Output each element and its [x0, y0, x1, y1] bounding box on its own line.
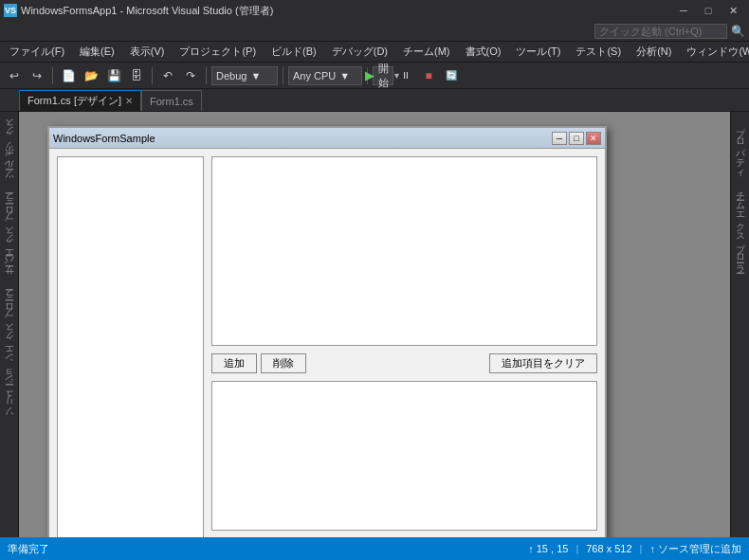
toolbar-undo[interactable]: ↶: [157, 65, 178, 86]
clear-button[interactable]: 追加項目をクリア: [489, 353, 597, 373]
status-sep-2: |: [640, 543, 643, 554]
right-sidebar-team-explorer[interactable]: チームエクスプローラー: [732, 179, 749, 274]
right-bottom-listbox[interactable]: [211, 381, 597, 531]
design-area: WindowsFormSample ─ □ ✕: [19, 112, 730, 537]
menu-team[interactable]: チーム(M): [395, 43, 458, 61]
title-bar-controls: ─ □ ✕: [671, 2, 745, 19]
toolbar-stop[interactable]: ■: [418, 65, 439, 86]
main-area: ツールボックス サーバーエクスプローラー ソリューションエクスプローラー Win…: [0, 112, 749, 537]
winform-window: WindowsFormSample ─ □ ✕: [47, 126, 607, 537]
title-bar: VS WindowsFormsApp1 - Microsoft Visual S…: [0, 0, 749, 21]
delete-button[interactable]: 削除: [261, 353, 306, 373]
right-sidebar-properties[interactable]: プロパティ: [732, 116, 749, 179]
minimize-button[interactable]: ─: [671, 2, 696, 19]
source-control[interactable]: ↑ ソース管理に追加: [649, 542, 741, 556]
title-bar-left: VS WindowsFormsApp1 - Microsoft Visual S…: [4, 4, 273, 18]
right-sidebar: プロパティ チームエクスプローラー: [730, 112, 749, 537]
winform-controls: ─ □ ✕: [552, 132, 601, 145]
add-button[interactable]: 追加: [211, 353, 257, 373]
toolbar-forward[interactable]: ↪: [27, 65, 47, 86]
menu-debug[interactable]: デバッグ(D): [324, 43, 395, 61]
cursor-position: ↑ 15 , 15: [528, 543, 568, 554]
toolbar-sep-2: [152, 67, 153, 84]
toolbar-restart[interactable]: 🔄: [441, 65, 462, 86]
left-panel: [57, 156, 204, 537]
winform-title: WindowsFormSample: [53, 133, 155, 144]
debug-config-dropdown[interactable]: Debug ▼: [211, 66, 278, 85]
toolbar: ↩ ↪ 📄 📂 💾 🗄 ↶ ↷ Debug ▼ Any CPU ▼ ▶ 開始 ▼…: [0, 63, 749, 89]
left-listbox[interactable]: [57, 156, 204, 537]
status-ready: 準備完了: [8, 542, 49, 556]
sidebar-toolbox[interactable]: ツールボックス: [1, 116, 18, 190]
quick-launch: 🔍: [594, 24, 745, 39]
menu-view[interactable]: 表示(V): [122, 43, 173, 61]
tab-form-design-close[interactable]: ✕: [125, 96, 133, 106]
toolbar-back[interactable]: ↩: [4, 65, 25, 86]
start-button[interactable]: ▶ 開始 ▼: [373, 66, 393, 85]
buttons-left: 追加 削除: [211, 353, 306, 373]
tab-form-cs[interactable]: Form1.cs: [141, 90, 202, 111]
title-bar-title: WindowsFormsApp1 - Microsoft Visual Stud…: [21, 4, 273, 18]
toolbar-save[interactable]: 💾: [103, 65, 124, 86]
tab-form-design[interactable]: Form1.cs [デザイン] ✕: [19, 90, 141, 111]
menu-file[interactable]: ファイル(F): [2, 43, 72, 61]
menu-tools[interactable]: ツール(T): [508, 43, 568, 61]
cpu-config-dropdown[interactable]: Any CPU ▼: [288, 66, 362, 85]
menu-analyze[interactable]: 分析(N): [629, 43, 679, 61]
winform-maximize[interactable]: □: [569, 132, 584, 145]
menu-edit[interactable]: 編集(E): [72, 43, 122, 61]
status-sep-1: |: [575, 543, 578, 554]
menu-window[interactable]: ウィンドウ(W): [679, 43, 749, 61]
menu-build[interactable]: ビルド(B): [264, 43, 324, 61]
menu-format[interactable]: 書式(O): [458, 43, 509, 61]
toolbar-new[interactable]: 📄: [58, 65, 79, 86]
form-size: 768 x 512: [586, 543, 631, 554]
sidebar-server-explorer[interactable]: サーバーエクスプローラー: [1, 192, 18, 287]
toolbar-open[interactable]: 📂: [81, 65, 101, 86]
menu-bar: ファイル(F) 編集(E) 表示(V) プロジェクト(P) ビルド(B) デバッ…: [0, 42, 749, 63]
left-sidebar: ツールボックス サーバーエクスプローラー ソリューションエクスプローラー: [0, 112, 19, 537]
vs-icon: VS: [4, 4, 17, 17]
buttons-row: 追加 削除 追加項目をクリア: [211, 352, 597, 375]
search-area: 🔍: [0, 21, 749, 42]
search-input[interactable]: [594, 24, 727, 39]
toolbar-pause[interactable]: ⏸: [395, 65, 416, 86]
toolbar-sep-3: [206, 67, 207, 84]
compress-expand-row: 圧縮 展開: [211, 536, 597, 537]
search-icon: 🔍: [731, 25, 745, 38]
right-top-listbox[interactable]: [211, 156, 597, 346]
menu-project[interactable]: プロジェクト(P): [172, 43, 264, 61]
maximize-button[interactable]: □: [696, 2, 721, 19]
sidebar-solution-explorer[interactable]: ソリューションエクスプローラー: [1, 289, 18, 427]
status-right: ↑ 15 , 15 | 768 x 512 | ↑ ソース管理に追加: [528, 542, 741, 556]
tabs-row: Form1.cs [デザイン] ✕ Form1.cs: [0, 89, 749, 112]
status-bar: 準備完了 ↑ 15 , 15 | 768 x 512 | ↑ ソース管理に追加: [0, 537, 749, 560]
toolbar-sep-4: [283, 67, 283, 84]
toolbar-redo[interactable]: ↷: [180, 65, 201, 86]
winform-titlebar: WindowsFormSample ─ □ ✕: [49, 128, 605, 149]
toolbar-save-all[interactable]: 🗄: [126, 65, 147, 86]
toolbar-sep-1: [52, 67, 53, 84]
right-panel: 追加 削除 追加項目をクリア 圧縮 展開: [211, 156, 597, 537]
close-button[interactable]: ✕: [721, 2, 745, 19]
status-left: 準備完了: [8, 542, 49, 556]
winform-minimize[interactable]: ─: [552, 132, 567, 145]
winform-content: 追加 削除 追加項目をクリア 圧縮 展開: [49, 149, 605, 537]
menu-test[interactable]: テスト(S): [568, 43, 629, 61]
winform-close[interactable]: ✕: [586, 132, 601, 145]
